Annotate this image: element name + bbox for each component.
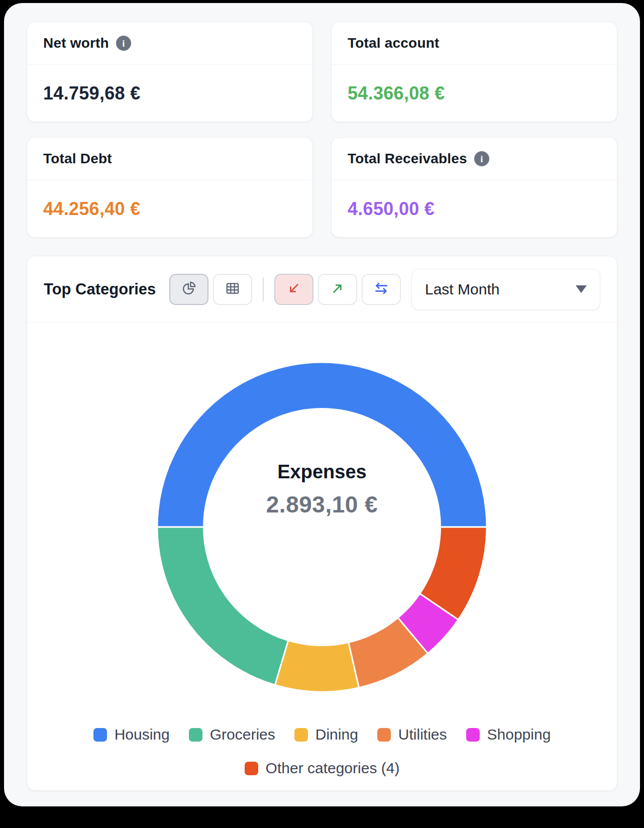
pie-chart-icon	[181, 280, 197, 298]
donut-svg	[156, 361, 488, 693]
legend-swatch	[466, 728, 480, 742]
card-header: Total Debt	[27, 138, 312, 180]
legend-swatch	[189, 728, 202, 742]
info-icon[interactable]: i	[474, 151, 489, 166]
legend-item-utilities[interactable]: Utilities	[377, 726, 447, 743]
card-body: 44.256,40 €	[27, 180, 312, 238]
card-header: Total account	[332, 22, 617, 65]
section-title: Top Categories	[44, 280, 156, 298]
legend-label: Utilities	[398, 726, 447, 743]
stats-grid: Net worth i 14.759,68 € Total account 54…	[27, 22, 617, 238]
card-body: 54.366,08 €	[332, 65, 617, 122]
expenses-donut-chart[interactable]: Expenses 2.893,10 €	[156, 361, 488, 693]
arrow-down-left-icon	[286, 280, 302, 298]
total-account-card: Total account 54.366,08 €	[331, 22, 617, 122]
card-title: Net worth	[43, 35, 109, 51]
transfers-filter-button[interactable]	[362, 274, 401, 305]
legend-item-groceries[interactable]: Groceries	[189, 726, 275, 743]
legend-item-dining[interactable]: Dining	[294, 726, 358, 743]
legend-swatch	[294, 728, 308, 742]
table-view-button[interactable]	[213, 274, 252, 305]
legend-item-shopping[interactable]: Shopping	[466, 726, 551, 743]
card-title: Total account	[348, 35, 440, 51]
legend-item-other-categories-4[interactable]: Other categories (4)	[245, 760, 400, 777]
card-header: Net worth i	[27, 22, 312, 65]
card-header: Total Receivables i	[332, 138, 617, 180]
legend-swatch	[93, 728, 107, 742]
total-account-value: 54.366,08 €	[348, 83, 445, 104]
chart-legend: HousingGroceriesDiningUtilitiesShoppingO…	[27, 726, 617, 777]
legend-label: Housing	[115, 726, 170, 743]
period-dropdown-value: Last Month	[425, 281, 499, 298]
legend-label: Other categories (4)	[266, 760, 400, 777]
dashboard: Net worth i 14.759,68 € Total account 54…	[4, 3, 640, 806]
top-categories-header: Top Categories	[27, 256, 617, 323]
legend-swatch	[377, 728, 391, 742]
toolbar-divider	[263, 277, 264, 301]
pie-view-button[interactable]	[169, 274, 208, 305]
card-body: 14.759,68 €	[27, 65, 312, 122]
total-receivables-value: 4.650,00 €	[348, 198, 435, 220]
card-title: Total Receivables	[348, 151, 467, 167]
donut-hole	[203, 408, 441, 646]
legend-label: Dining	[315, 726, 358, 743]
period-dropdown[interactable]: Last Month	[411, 269, 600, 310]
legend-item-housing[interactable]: Housing	[93, 726, 170, 743]
total-receivables-card: Total Receivables i 4.650,00 €	[331, 137, 617, 238]
card-body: 4.650,00 €	[332, 180, 617, 238]
transfer-arrows-icon	[373, 280, 389, 298]
income-filter-button[interactable]	[318, 274, 357, 305]
caret-down-icon	[576, 285, 587, 293]
top-categories-card: Top Categories	[27, 256, 617, 791]
legend-swatch	[245, 762, 258, 775]
total-debt-card: Total Debt 44.256,40 €	[27, 137, 313, 238]
info-icon[interactable]: i	[116, 36, 131, 51]
legend-label: Groceries	[210, 726, 275, 743]
legend-label: Shopping	[487, 726, 551, 743]
net-worth-value: 14.759,68 €	[43, 83, 140, 104]
table-icon	[225, 280, 241, 298]
arrow-up-right-icon	[330, 280, 346, 298]
card-title: Total Debt	[43, 151, 112, 167]
net-worth-card: Net worth i 14.759,68 €	[27, 22, 313, 122]
total-debt-value: 44.256,40 €	[43, 198, 140, 220]
expenses-filter-button[interactable]	[274, 274, 313, 305]
